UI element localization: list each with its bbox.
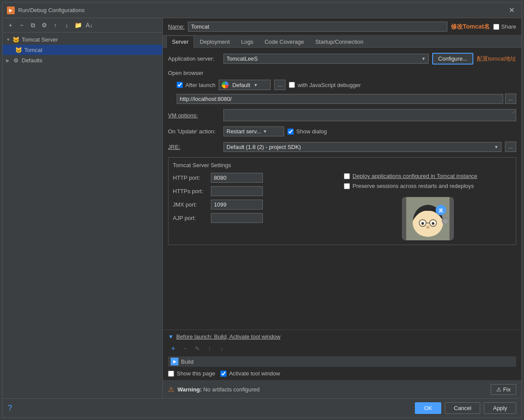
cancel-button[interactable]: Cancel — [445, 402, 480, 414]
on-update-dropdown[interactable]: Restart serv... ▼ — [223, 126, 284, 136]
sort-button[interactable]: A↓ — [84, 20, 94, 30]
defaults-icon: ⚙ — [12, 56, 20, 64]
on-update-arrow: ▼ — [263, 129, 267, 134]
copy-config-button[interactable]: ⧉ — [28, 20, 38, 30]
deploy-apps-row: Deploy applications configured in Tomcat… — [344, 173, 511, 179]
http-port-row: HTTP port: — [173, 173, 340, 183]
ajp-port-row: AJP port: — [173, 213, 340, 223]
https-port-input[interactable] — [211, 186, 263, 196]
js-debugger-row: with JavaScript debugger — [289, 82, 361, 88]
activate-tool-window-checkbox[interactable] — [220, 371, 226, 377]
warning-label: Warning: — [178, 386, 202, 393]
expand-icon: ⤢ — [512, 110, 515, 115]
url-input[interactable] — [177, 94, 503, 104]
activate-tool-window-row: Activate tool window — [220, 370, 280, 377]
tomcat-server-icon: 🐱 — [12, 36, 20, 43]
jmx-port-input[interactable] — [211, 200, 263, 210]
warning-message: No artifacts configured — [203, 386, 259, 393]
right-panel: Name: 修改Tomcat名 Share Server Deployment … — [163, 18, 521, 398]
before-launch-toggle[interactable]: ▼ — [168, 333, 174, 340]
apply-button[interactable]: Apply — [484, 402, 516, 414]
show-dialog-row: Show dialog — [288, 128, 327, 135]
mascot-image: 英 ⓘ — [402, 197, 454, 240]
deploy-apps-checkbox[interactable] — [344, 173, 350, 179]
settings-left: HTTP port: HTTPs port: JMX port: — [173, 173, 340, 240]
settings-button[interactable]: ⚙ — [39, 20, 49, 30]
before-launch-section: ▼ Before launch: Build, Activate tool wi… — [163, 330, 521, 380]
folder-button[interactable]: 📁 — [73, 20, 83, 30]
jre-label: JRE: — [168, 144, 220, 150]
browser-ellipsis-button[interactable]: ... — [274, 80, 285, 90]
fix-button[interactable]: ⚠ Fix — [491, 384, 516, 395]
move-up-button[interactable]: ↑ — [50, 20, 61, 30]
show-this-page-checkbox[interactable] — [168, 371, 174, 377]
http-port-input[interactable] — [211, 173, 263, 183]
dialog-buttons: ? OK Cancel Apply — [3, 398, 521, 417]
tab-server[interactable]: Server — [166, 36, 194, 48]
app-server-label: Application server: — [168, 55, 220, 62]
show-this-page-row: Show this page — [168, 370, 215, 377]
status-bar: ⚠ Warning: No artifacts configured ⚠ Fix — [163, 380, 521, 398]
js-debugger-label: with JavaScript debugger — [298, 82, 361, 88]
ok-button[interactable]: OK — [415, 402, 441, 414]
before-launch-up-button[interactable]: ↑ — [204, 343, 215, 354]
after-launch-checkbox[interactable] — [177, 82, 183, 88]
build-icon: ▶ — [171, 358, 178, 365]
ajp-port-label: AJP port: — [173, 215, 207, 221]
vm-options-input[interactable] — [223, 109, 516, 121]
name-annotation: 修改Tomcat名 — [451, 23, 490, 31]
js-debugger-checkbox[interactable] — [289, 82, 295, 88]
tree-item-tomcat[interactable]: 🐱 Tomcat — [3, 45, 162, 55]
add-config-button[interactable]: + — [5, 20, 16, 30]
browser-arrow: ▼ — [254, 83, 258, 87]
url-ellipsis-button[interactable]: ... — [505, 94, 516, 104]
tab-logs[interactable]: Logs — [236, 36, 259, 48]
help-icon[interactable]: ? — [8, 404, 12, 413]
after-launch-label: After launch — [185, 82, 215, 88]
warning-icon: ⚠ — [168, 385, 174, 394]
svg-text:英: 英 — [438, 208, 443, 213]
tomcat-icon: 🐱 — [15, 46, 23, 54]
preserve-sessions-label: Preserve sessions across restarts and re… — [353, 183, 474, 189]
configure-button[interactable]: Configure... — [432, 53, 473, 65]
after-launch-row: After launch — [177, 82, 215, 88]
http-port-label: HTTP port: — [173, 174, 207, 181]
remove-config-button[interactable]: − — [16, 20, 27, 30]
preserve-sessions-row: Preserve sessions across restarts and re… — [344, 183, 511, 189]
svg-point-4 — [421, 222, 424, 225]
jmx-port-row: JMX port: — [173, 200, 340, 210]
before-launch-add-button[interactable]: + — [168, 343, 178, 354]
tree-item-defaults[interactable]: ▶ ⚙ Defaults — [3, 55, 162, 65]
build-item: ▶ Build — [168, 356, 516, 367]
show-dialog-checkbox[interactable] — [288, 129, 294, 135]
settings-right: Deploy applications configured in Tomcat… — [344, 173, 511, 240]
jre-ellipsis-button[interactable]: ... — [505, 142, 516, 152]
tab-code-coverage[interactable]: Code Coverage — [259, 36, 310, 48]
browser-dropdown[interactable]: Default ▼ — [219, 80, 271, 90]
move-down-button[interactable]: ↓ — [61, 20, 72, 30]
tab-deployment[interactable]: Deployment — [194, 36, 235, 48]
app-icon: ▶ — [7, 6, 15, 14]
activate-tool-window-label: Activate tool window — [229, 370, 280, 377]
ajp-port-input[interactable] — [211, 213, 263, 223]
name-input[interactable] — [188, 22, 447, 32]
share-label: Share — [501, 23, 516, 30]
settings-grid: HTTP port: HTTPs port: JMX port: — [173, 173, 511, 240]
defaults-expand-arrow: ▶ — [6, 58, 10, 63]
close-button[interactable]: ✕ — [506, 5, 517, 15]
before-launch-remove-button[interactable]: − — [180, 343, 191, 354]
tree-item-tomcat-server[interactable]: ▼ 🐱 Tomcat Server — [3, 34, 162, 45]
app-server-arrow: ▼ — [421, 56, 426, 61]
app-server-dropdown[interactable]: TomcatLeeS ▼ — [223, 54, 429, 64]
preserve-sessions-checkbox[interactable] — [344, 183, 350, 189]
warning-text: Warning: No artifacts configured — [178, 386, 487, 393]
before-launch-edit-button[interactable]: ✎ — [192, 343, 203, 354]
share-checkbox[interactable] — [493, 24, 499, 30]
defaults-label: Defaults — [22, 57, 42, 64]
main-content: + − ⧉ ⚙ ↑ ↓ 📁 A↓ ▼ 🐱 Tomcat Server 🐱 Tom… — [3, 18, 521, 398]
fix-icon: ⚠ — [496, 386, 501, 393]
jre-dropdown[interactable]: Default (1.8 (2) - project SDK) ▼ — [223, 142, 501, 152]
tab-startup-connection[interactable]: Startup/Connection — [310, 36, 369, 48]
show-this-page-label: Show this page — [177, 370, 215, 377]
before-launch-down-button[interactable]: ↓ — [217, 343, 227, 354]
